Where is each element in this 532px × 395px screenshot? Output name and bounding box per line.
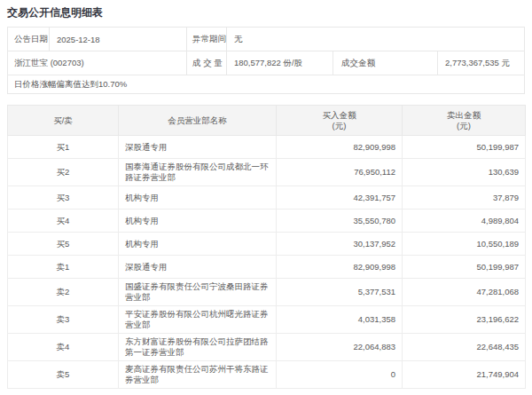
row-branch-name: 麦高证券有限责任公司苏州干将东路证券营业部 bbox=[119, 361, 277, 389]
announce-date-value: 2025-12-18 bbox=[50, 28, 187, 51]
row-buy-amount: 22,064,883 bbox=[277, 334, 403, 361]
header-buy-amount: 买入金额 (元) bbox=[277, 106, 403, 136]
row-side-rank: 买4 bbox=[8, 209, 119, 233]
row-branch-name: 深股通专用 bbox=[119, 256, 277, 279]
row-buy-amount: 82,909,998 bbox=[277, 136, 403, 159]
table-row: 卖2 国盛证券有限责任公司宁波桑田路证券营业部 5,377,531 47,281… bbox=[8, 279, 526, 306]
row-sell-amount: 37,879 bbox=[403, 186, 526, 209]
row-buy-amount: 76,950,112 bbox=[277, 159, 403, 186]
row-branch-name: 国泰海通证券股份有限公司成都北一环路证券营业部 bbox=[119, 159, 277, 186]
table-row: 买2 国泰海通证券股份有限公司成都北一环路证券营业部 76,950,112 13… bbox=[8, 159, 526, 186]
turnover-label: 成交金额 bbox=[333, 51, 438, 75]
table-row: 买1 深股通专用 82,909,998 50,199,987 bbox=[8, 136, 526, 159]
row-side-rank: 卖2 bbox=[8, 279, 119, 306]
row-buy-amount: 4,031,358 bbox=[277, 306, 403, 334]
row-buy-amount: 82,909,998 bbox=[277, 256, 403, 279]
row-sell-amount: 22,648,435 bbox=[403, 334, 526, 361]
table-row: 卖3 平安证券股份有限公司杭州曙光路证券营业部 4,031,358 23,196… bbox=[8, 306, 526, 334]
info-row-date: 公告日期 2025-12-18 异常期间 无 bbox=[8, 28, 524, 51]
row-branch-name: 东方财富证券股份有限公司拉萨团结路第一证券营业部 bbox=[119, 334, 277, 361]
table-row: 买4 机构专用 35,550,780 4,989,804 bbox=[8, 209, 526, 233]
info-row-stock: 浙江世宝 (002703) 成 交 量 180,577,822 份/股 成交金额… bbox=[8, 51, 524, 75]
abnormal-period-label: 异常期间 bbox=[187, 28, 227, 51]
row-branch-name: 平安证券股份有限公司杭州曙光路证券营业部 bbox=[119, 306, 277, 334]
table-row: 卖4 东方财富证券股份有限公司拉萨团结路第一证券营业部 22,064,883 2… bbox=[8, 334, 526, 361]
table-body: 买1 深股通专用 82,909,998 50,199,987 买2 国泰海通证券… bbox=[8, 136, 526, 389]
row-side-rank: 买2 bbox=[8, 159, 119, 186]
announce-date-label: 公告日期 bbox=[8, 28, 50, 51]
row-side-rank: 买3 bbox=[8, 186, 119, 209]
row-branch-name: 深股通专用 bbox=[119, 136, 277, 159]
row-branch-name: 机构专用 bbox=[119, 186, 277, 209]
volume-value: 180,577,822 份/股 bbox=[227, 51, 333, 75]
table-row: 买3 机构专用 42,391,757 37,879 bbox=[8, 186, 526, 209]
row-branch-name: 机构专用 bbox=[119, 233, 277, 256]
stock-name-code: 浙江世宝 (002703) bbox=[8, 51, 187, 75]
row-buy-amount: 0 bbox=[277, 361, 403, 389]
row-side-rank: 卖3 bbox=[8, 306, 119, 334]
row-side-rank: 卖1 bbox=[8, 256, 119, 279]
row-sell-amount: 10,550,189 bbox=[403, 233, 526, 256]
trade-disclosure-page: 交易公开信息明细表 公告日期 2025-12-18 异常期间 无 浙江世宝 (0… bbox=[0, 6, 532, 395]
row-side-rank: 卖5 bbox=[8, 361, 119, 389]
table-header: 买/卖 会员营业部名称 买入金额 (元) 卖出金额 (元) bbox=[8, 106, 526, 136]
row-branch-name: 国盛证券有限责任公司宁波桑田路证券营业部 bbox=[119, 279, 277, 306]
turnover-value: 2,773,367,535 元 bbox=[438, 51, 524, 75]
row-side-rank: 卖4 bbox=[8, 334, 119, 361]
row-buy-amount: 42,391,757 bbox=[277, 186, 403, 209]
header-branch: 会员营业部名称 bbox=[119, 106, 277, 136]
row-side-rank: 买5 bbox=[8, 233, 119, 256]
row-sell-amount: 50,199,987 bbox=[403, 136, 526, 159]
header-side: 买/卖 bbox=[8, 106, 119, 136]
deviation-note: 日价格涨幅偏离值达到10.70% bbox=[8, 75, 524, 93]
broker-seats-table: 买/卖 会员营业部名称 买入金额 (元) 卖出金额 (元) 买1 深股通专用 8… bbox=[7, 105, 526, 389]
row-buy-amount: 5,377,531 bbox=[277, 279, 403, 306]
abnormal-period-value: 无 bbox=[227, 28, 524, 51]
header-sell-amount: 卖出金额 (元) bbox=[403, 106, 526, 136]
row-sell-amount: 4,989,804 bbox=[403, 209, 526, 233]
row-sell-amount: 21,749,904 bbox=[403, 361, 526, 389]
volume-label: 成 交 量 bbox=[187, 51, 227, 75]
row-sell-amount: 130,639 bbox=[403, 159, 526, 186]
row-sell-amount: 50,199,987 bbox=[403, 256, 526, 279]
row-branch-name: 机构专用 bbox=[119, 209, 277, 233]
table-row: 卖1 深股通专用 82,909,998 50,199,987 bbox=[8, 256, 526, 279]
page-title: 交易公开信息明细表 bbox=[7, 6, 532, 19]
info-row-deviation: 日价格涨幅偏离值达到10.70% bbox=[8, 75, 524, 93]
row-sell-amount: 47,281,068 bbox=[403, 279, 526, 306]
table-row: 卖5 麦高证券有限责任公司苏州干将东路证券营业部 0 21,749,904 bbox=[8, 361, 526, 389]
row-sell-amount: 23,196,622 bbox=[403, 306, 526, 334]
table-row: 买5 机构专用 30,137,952 10,550,189 bbox=[8, 233, 526, 256]
summary-info-box: 公告日期 2025-12-18 异常期间 无 浙江世宝 (002703) 成 交… bbox=[7, 27, 525, 94]
row-buy-amount: 30,137,952 bbox=[277, 233, 403, 256]
row-side-rank: 买1 bbox=[8, 136, 119, 159]
row-buy-amount: 35,550,780 bbox=[277, 209, 403, 233]
